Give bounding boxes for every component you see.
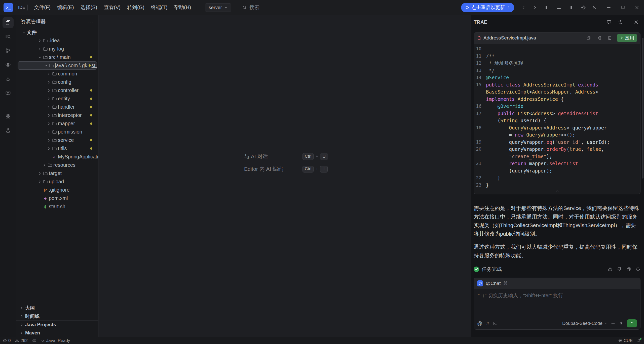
code-text: (String userId) { [486,117,546,124]
code-text: queryWrapper.eq("user_id", userId); [486,139,610,146]
mic-icon[interactable] [619,321,623,326]
chat-icon[interactable] [3,88,14,99]
tree-item[interactable]: mapper [16,119,98,128]
tree-item[interactable]: 文件 [16,28,98,36]
folder-icon [51,130,57,134]
thumbs-up-icon[interactable] [608,267,613,272]
tree-item[interactable]: java \ com \ gk \ study [18,61,97,70]
copy-icon[interactable] [585,34,592,41]
model-select[interactable]: Doubao-Seed-Code [562,321,607,326]
global-search[interactable]: 搜索 [242,4,259,11]
copy-answer-icon[interactable] [626,267,631,272]
sidebar-section[interactable]: Maven [16,329,98,337]
tree-item[interactable]: entity [16,95,98,103]
code-text: BaseServiceImpl<AddressMapper, Address> [486,88,598,96]
create-file-icon[interactable] [606,34,613,41]
debug-icon[interactable] [3,73,14,84]
tree-item[interactable]: $start.sh [16,202,98,211]
sidebar-section[interactable]: 大纲 [16,304,98,312]
menu-item[interactable]: 转到(G) [124,2,148,13]
problems-errors[interactable]: 0 [3,338,11,343]
context-tag-icon[interactable]: # [486,321,489,326]
send-button[interactable] [627,319,637,327]
image-upload-icon[interactable] [493,321,498,326]
restart-update-button[interactable]: 点击重启以更新 [461,3,514,12]
sidebar-section[interactable]: Java Projects [16,320,98,329]
preview-eye-icon[interactable] [3,59,14,70]
editor-area[interactable]: 与 AI 对话Ctrl+UEditor 内 AI 编码Ctrl+I [99,15,471,337]
tree-item[interactable]: interceptor [16,111,98,119]
code-line: 12 * 地址服务实现 [474,60,640,67]
extensions-icon[interactable] [3,111,14,122]
line-number: 20 [474,146,486,153]
file-tree: 文件.ideamy-logsrc \ mainjava \ com \ gk \… [16,28,98,304]
more-actions-icon[interactable]: ··· [87,19,94,25]
code-line: (queryWrapper); [474,167,640,175]
window-close-button[interactable] [630,0,644,15]
menu-item[interactable]: 查看(V) [100,2,124,13]
test-flask-icon[interactable] [3,125,14,136]
tree-item[interactable]: permission [16,128,98,136]
problems-warnings[interactable]: 262 [15,338,27,343]
apply-button[interactable]: 应用 [617,34,637,42]
tree-item-label: .gitignore [49,187,69,193]
nav-forward-button[interactable] [529,3,540,13]
window-minimize-button[interactable] [602,0,616,15]
keyboard-status-icon[interactable] [32,338,36,343]
toggle-left-sidebar-button[interactable] [542,3,553,13]
chat-input[interactable]: "↑↓" 切换历史输入，"Shift+Enter" 换行 [474,289,640,317]
account-icon[interactable] [589,3,600,13]
java-status[interactable]: Java: Ready [41,338,70,343]
chat-context-label[interactable]: @Chat [486,281,501,286]
line-number: 23 [474,182,486,188]
new-chat-icon[interactable] [605,18,613,26]
search-files-icon[interactable] [3,31,14,42]
cue-status[interactable]: CUE [618,338,633,343]
history-icon[interactable] [616,18,625,26]
collapse-code-button[interactable] [474,188,640,194]
panel-close-icon[interactable] [632,18,640,26]
chevron-icon [21,30,26,34]
insert-code-icon[interactable] [596,34,603,41]
regenerate-icon[interactable] [636,267,640,272]
notifications-bell-icon[interactable] [637,338,641,343]
source-control-icon[interactable] [3,45,14,56]
tree-item[interactable]: service [16,136,98,144]
code-line: 14@Service [474,74,640,81]
menu-item[interactable]: 帮助(H) [171,2,194,13]
toggle-right-sidebar-button[interactable] [564,3,576,13]
tree-item[interactable]: upload [16,178,98,186]
run-target-select[interactable]: server [205,3,231,12]
menu-item[interactable]: 文件(F) [31,2,54,13]
tree-item[interactable]: common [16,70,98,78]
tree-item[interactable]: .idea [16,36,98,45]
mention-icon[interactable]: @ [477,321,482,326]
tree-item[interactable]: JMySpringApplication.java [16,153,98,161]
tree-item[interactable]: resources [16,161,98,169]
menu-item[interactable]: 选择(S) [77,2,101,13]
sidebar-section-label: Java Projects [25,322,56,327]
folder-icon [42,180,48,184]
chat-context-icon [477,280,483,286]
menu-item[interactable]: 编辑(E) [54,2,77,13]
tree-item[interactable]: handler [16,103,98,111]
tree-item[interactable]: target [16,169,98,178]
explorer-icon[interactable] [3,17,14,28]
thumbs-down-icon[interactable] [617,267,622,272]
sparkle-icon[interactable] [611,321,615,326]
settings-gear-icon[interactable] [578,3,589,13]
tree-item[interactable]: ◆pom.xml [16,194,98,202]
tree-item[interactable]: utils [16,144,98,153]
tree-item[interactable]: my-log [16,45,98,53]
menu-item[interactable]: 终端(T) [148,2,171,13]
sidebar-section[interactable]: 时间线 [16,312,98,320]
line-number: 15 [474,81,486,89]
toggle-bottom-panel-button[interactable] [553,3,564,13]
tree-item[interactable]: config [16,78,98,86]
tree-item[interactable]: controller [16,86,98,95]
panel-scrollbar[interactable] [642,38,643,179]
window-maximize-button[interactable] [616,0,630,15]
nav-back-button[interactable] [518,3,529,13]
tree-item[interactable]: src \ main [16,53,98,61]
tree-item[interactable]: .gitignore [16,186,98,194]
